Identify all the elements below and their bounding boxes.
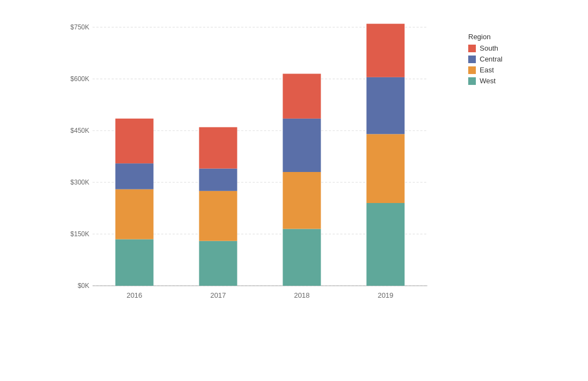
legend-color-south	[468, 45, 476, 52]
bar-segment-west	[366, 203, 405, 286]
chart-svg: $0K$150K$300K$450K$600K$750K201620172018…	[63, 22, 433, 305]
legend-color-west	[468, 77, 476, 85]
bar-segment-east	[199, 191, 237, 241]
svg-text:2016: 2016	[126, 291, 142, 299]
legend-item-south: South	[468, 44, 539, 52]
bar-segment-east	[366, 134, 405, 203]
bar-segment-central	[366, 77, 405, 134]
bar-segment-central	[283, 119, 321, 172]
svg-text:2019: 2019	[378, 291, 394, 299]
bar-segment-west	[283, 229, 321, 286]
bar-segment-east	[115, 189, 154, 239]
svg-text:$750K: $750K	[70, 23, 89, 31]
bar-segment-east	[283, 172, 321, 229]
bar-segment-west	[115, 239, 154, 286]
svg-text:$300K: $300K	[70, 179, 89, 186]
chart-area: $0K$150K$300K$450K$600K$750K201620172018…	[49, 22, 539, 332]
legend-label-central: Central	[480, 55, 503, 63]
bar-segment-south	[199, 127, 237, 169]
chart-inner: $0K$150K$300K$450K$600K$750K201620172018…	[63, 22, 539, 332]
y-axis-label	[49, 22, 60, 332]
bar-segment-west	[199, 241, 237, 286]
bar-segment-central	[115, 163, 154, 189]
legend-color-central	[468, 56, 476, 63]
legend-title: Region	[468, 33, 539, 41]
legend-label-west: West	[480, 77, 495, 85]
svg-text:$450K: $450K	[70, 127, 89, 134]
legend: RegionSouthCentralEastWest	[468, 33, 539, 88]
legend-label-east: East	[480, 66, 494, 74]
bar-segment-central	[199, 169, 237, 191]
bar-segment-south	[366, 24, 405, 77]
svg-text:2017: 2017	[210, 291, 226, 299]
legend-label-south: South	[480, 44, 498, 52]
bar-segment-south	[115, 119, 154, 163]
svg-text:$0K: $0K	[78, 282, 89, 290]
svg-text:$600K: $600K	[70, 75, 89, 83]
chart-container: $0K$150K$300K$450K$600K$750K201620172018…	[49, 16, 539, 365]
bar-segment-south	[283, 74, 321, 119]
legend-color-east	[468, 66, 476, 74]
svg-text:$150K: $150K	[70, 230, 89, 238]
grid-and-bars: $0K$150K$300K$450K$600K$750K201620172018…	[63, 22, 452, 332]
svg-text:2018: 2018	[294, 291, 310, 299]
legend-item-east: East	[468, 66, 539, 74]
legend-item-west: West	[468, 77, 539, 85]
legend-item-central: Central	[468, 55, 539, 63]
